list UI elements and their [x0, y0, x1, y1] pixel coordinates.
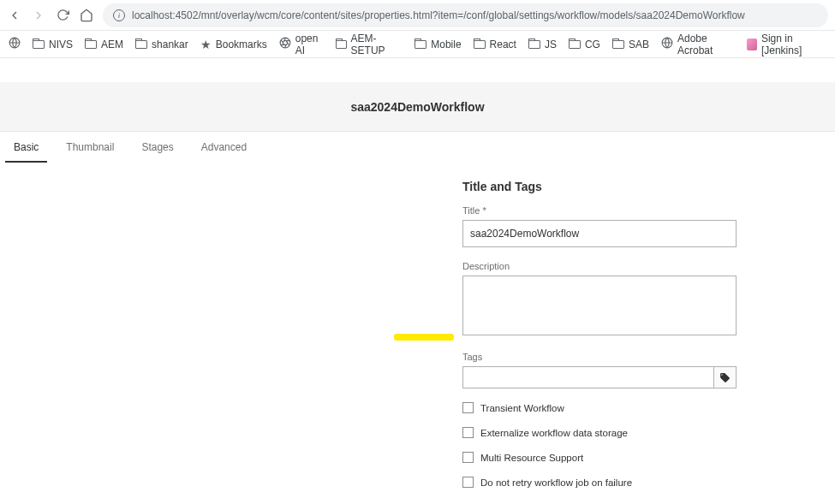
folder-icon [33, 40, 45, 49]
externalize-checkbox[interactable] [462, 427, 474, 438]
tabs-bar: Basic Thumbnail Stages Advanced [0, 132, 835, 163]
description-label: Description [462, 261, 835, 271]
folder-icon [135, 40, 147, 49]
folder-icon [569, 40, 581, 49]
star-icon: ★ [200, 38, 212, 51]
bookmark-label: SAB [629, 39, 649, 50]
title-field: Title * [462, 205, 835, 247]
globe-icon [661, 37, 673, 51]
tab-thumbnail[interactable]: Thumbnail [52, 132, 128, 163]
folder-icon [528, 40, 540, 49]
bookmark-globe[interactable] [9, 37, 21, 51]
description-field: Description [462, 261, 835, 338]
reload-button[interactable] [55, 8, 70, 23]
externalize-row: Externalize workflow data storage [462, 427, 835, 438]
home-button[interactable] [79, 8, 94, 23]
transient-workflow-checkbox[interactable] [462, 402, 474, 413]
page-title: saa2024DemoWorkflow [350, 100, 484, 114]
externalize-label: Externalize workflow data storage [480, 428, 628, 438]
tags-browse-button[interactable] [714, 366, 737, 388]
globe-icon [9, 37, 21, 51]
bookmark-label: AEM-SETUP [351, 33, 403, 56]
bookmark-sab[interactable]: SAB [612, 39, 649, 50]
bookmark-aem[interactable]: AEM [85, 39, 123, 50]
bookmarks-bar: NIVS AEM shankar ★ Bookmarks open AI AEM… [0, 31, 835, 58]
tab-stages[interactable]: Stages [128, 132, 187, 163]
browser-toolbar: i localhost:4502/mnt/overlay/wcm/core/co… [0, 0, 835, 31]
no-retry-row: Do not retry workflow job on failure [462, 477, 835, 488]
bookmark-label: CG [585, 39, 600, 50]
folder-icon [415, 40, 426, 49]
info-icon: i [113, 9, 125, 21]
bookmark-label: AEM [101, 39, 123, 50]
multi-resource-checkbox[interactable] [462, 452, 474, 463]
bookmark-label: Bookmarks [216, 39, 267, 50]
avatar-icon [747, 39, 757, 50]
folder-icon [85, 40, 97, 49]
bookmark-mobile[interactable]: Mobile [415, 39, 461, 50]
bookmark-label: Mobile [431, 39, 461, 50]
description-input[interactable] [462, 276, 737, 335]
bookmark-label: open AI [295, 33, 324, 56]
no-retry-label: Do not retry workflow job on failure [480, 477, 632, 488]
transient-workflow-row: Transient Workflow [462, 402, 835, 413]
page-header: saa2024DemoWorkflow [0, 82, 835, 132]
bookmark-shankar[interactable]: shankar [135, 39, 188, 50]
bookmark-cg[interactable]: CG [569, 39, 600, 50]
title-label: Title * [462, 205, 835, 216]
tags-label: Tags [462, 352, 835, 362]
section-title: Title and Tags [462, 180, 835, 193]
bookmark-react[interactable]: React [474, 39, 516, 50]
tags-input[interactable] [462, 366, 714, 388]
forward-button[interactable] [31, 8, 46, 23]
bookmark-label: Adobe Acrobat [677, 33, 735, 56]
aperture-icon [279, 37, 291, 51]
bookmark-label: JS [545, 39, 557, 50]
tab-basic[interactable]: Basic [0, 132, 52, 163]
title-input[interactable] [462, 220, 737, 247]
folder-icon [336, 40, 346, 49]
bookmark-nivs[interactable]: NIVS [33, 39, 73, 50]
address-bar[interactable]: i localhost:4502/mnt/overlay/wcm/core/co… [103, 3, 828, 27]
bookmark-acrobat[interactable]: Adobe Acrobat [661, 33, 735, 56]
folder-icon [474, 40, 486, 49]
bookmark-js[interactable]: JS [528, 39, 557, 50]
bookmark-label: shankar [152, 39, 188, 50]
bookmark-openai[interactable]: open AI [279, 33, 324, 56]
bookmark-jenkins[interactable]: Sign in [Jenkins] [747, 33, 826, 56]
tab-advanced[interactable]: Advanced [188, 132, 260, 163]
bookmark-label: Sign in [Jenkins] [761, 33, 826, 56]
bookmark-bookmarks[interactable]: ★ Bookmarks [200, 38, 267, 51]
yellow-highlight-annotation [394, 334, 454, 341]
tag-icon [719, 372, 731, 383]
bookmark-aem-setup[interactable]: AEM-SETUP [336, 33, 403, 56]
transient-workflow-label: Transient Workflow [480, 403, 564, 413]
url-text: localhost:4502/mnt/overlay/wcm/core/cont… [132, 9, 745, 21]
no-retry-checkbox[interactable] [462, 477, 474, 488]
multi-resource-row: Multi Resource Support [462, 452, 835, 463]
back-button[interactable] [7, 8, 22, 23]
bookmark-label: React [490, 39, 516, 50]
folder-icon [612, 40, 624, 49]
multi-resource-label: Multi Resource Support [480, 453, 583, 463]
tags-field: Tags [462, 352, 835, 388]
bookmark-label: NIVS [49, 39, 73, 50]
